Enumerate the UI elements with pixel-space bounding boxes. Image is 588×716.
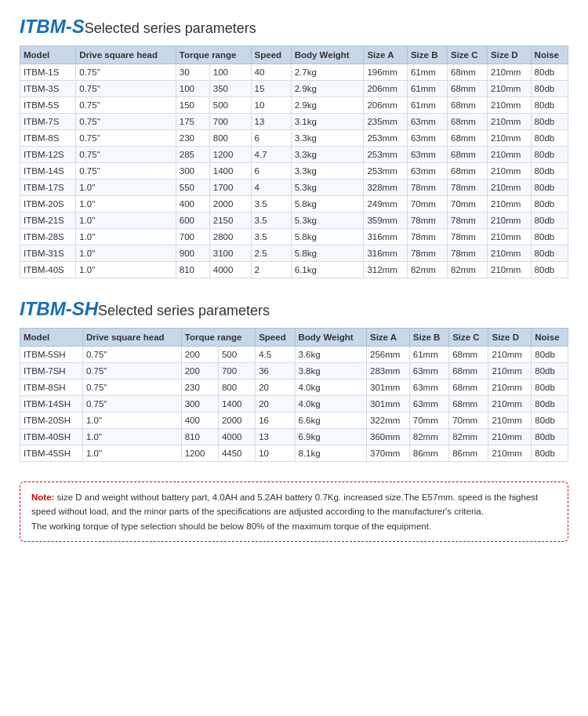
table-cell: 3.6kg (295, 347, 366, 363)
table-cell: 82mm (449, 429, 488, 445)
note-box: Note: size D and weight without battery … (20, 482, 568, 542)
table-cell: ITBM-7S (20, 114, 76, 130)
table-row: ITBM-28S1.0"70028003.55.8kg316mm78mm78mm… (20, 229, 568, 245)
table-cell: 86mm (409, 445, 448, 462)
table-cell: 68mm (448, 163, 488, 180)
table-cell: 500 (218, 347, 255, 363)
table-cell: 210mm (488, 245, 532, 262)
table-row: ITBM-1S0.75"30100402.7kg196mm61mm68mm210… (20, 64, 568, 81)
table-cell: ITBM-5SH (20, 347, 83, 363)
table-cell: 4.7 (251, 147, 291, 163)
table-cell: 4.0kg (295, 380, 366, 396)
header-model: Model (20, 329, 83, 347)
table-cell: 3.5 (251, 213, 291, 229)
table-cell: 1.0" (76, 229, 176, 245)
table-cell: 10 (251, 97, 291, 114)
section1-wrapper: ITBM-SSelected series parameters Model D… (20, 16, 568, 278)
table-cell: 210mm (488, 213, 532, 229)
table-row: ITBM-20S1.0"40020003.55.8kg249mm70mm70mm… (20, 196, 568, 213)
table-cell: 61mm (407, 64, 447, 81)
table-cell: 150 (176, 97, 209, 114)
table-cell: 80db (532, 429, 568, 445)
table-cell: 0.75" (76, 97, 176, 114)
table-cell: 80db (531, 114, 568, 130)
table-cell: 700 (209, 114, 251, 130)
table-cell: 0.75" (76, 81, 176, 97)
table-cell: 10 (256, 445, 295, 462)
table-cell: 253mm (364, 130, 408, 147)
table-cell: 63mm (409, 380, 448, 396)
table-cell: 78mm (407, 229, 447, 245)
note-text: size D and weight without battery part, … (31, 492, 538, 516)
table-row: ITBM-7S0.75"175700133.1kg235mm63mm68mm21… (20, 114, 568, 130)
table-cell: 810 (176, 262, 209, 278)
table-cell: 0.75" (82, 396, 181, 413)
header-speed: Speed (256, 329, 295, 347)
table-cell: 100 (176, 81, 209, 97)
table-cell: 16 (256, 413, 295, 429)
table-cell: 5.8kg (291, 229, 364, 245)
table-cell: 68mm (448, 64, 488, 81)
table-cell: 82mm (409, 429, 448, 445)
table-cell: 80db (531, 130, 568, 147)
table-cell: 210mm (488, 347, 532, 363)
table-cell: ITBM-3S (20, 81, 76, 97)
header-noise: Noise (531, 46, 568, 64)
table-cell: ITBM-40SH (20, 429, 83, 445)
table-cell: 200 (181, 363, 218, 380)
table-cell: 6.1kg (291, 262, 364, 278)
header-drive: Drive square head (82, 329, 181, 347)
table-cell: 6.9kg (295, 429, 366, 445)
table-cell: 80db (532, 413, 568, 429)
table-cell: 3.3kg (291, 147, 364, 163)
table-cell: 70mm (407, 196, 447, 213)
header-size-b: Size B (407, 46, 447, 64)
table-cell: 68mm (449, 396, 488, 413)
table-cell: ITBM-21S (20, 213, 76, 229)
table-cell: 63mm (407, 147, 447, 163)
table-row: ITBM-21S1.0"60021503.55.3kg359mm78mm78mm… (20, 213, 568, 229)
table-cell: 13 (251, 114, 291, 130)
table-row: ITBM-40S1.0"810400026.1kg312mm82mm82mm21… (20, 262, 568, 278)
table-cell: 2.9kg (291, 81, 364, 97)
table-cell: 15 (251, 81, 291, 97)
table-cell: 3100 (209, 245, 251, 262)
table-cell: 80db (532, 396, 568, 413)
header-weight: Body Weight (291, 46, 364, 64)
table-row: ITBM-3S0.75"100350152.9kg206mm61mm68mm21… (20, 81, 568, 97)
table-cell: 80db (531, 163, 568, 180)
table-cell: 370mm (366, 445, 409, 462)
table-cell: 80db (531, 229, 568, 245)
table-cell: 68mm (449, 363, 488, 380)
section1-desc: Selected series parameters (85, 20, 256, 36)
table-cell: 600 (176, 213, 209, 229)
section1-title: ITBM-SSelected series parameters (20, 16, 568, 38)
header-size-a: Size A (364, 46, 408, 64)
table-cell: 4 (251, 180, 291, 196)
note-label: Note: (31, 492, 54, 502)
table-cell: 2150 (209, 213, 251, 229)
table-cell: 2800 (209, 229, 251, 245)
table-cell: 68mm (448, 114, 488, 130)
table-cell: 253mm (364, 147, 408, 163)
header-speed: Speed (251, 46, 291, 64)
table-cell: 1.0" (76, 180, 176, 196)
table-cell: 5.3kg (291, 213, 364, 229)
table-cell: 210mm (488, 163, 532, 180)
table-cell: 210mm (488, 196, 532, 213)
table-cell: 1.0" (82, 429, 181, 445)
table-header-row: Model Drive square head Torque range Spe… (20, 46, 568, 64)
table-cell: 210mm (488, 97, 532, 114)
table-cell: 322mm (366, 413, 409, 429)
table-cell: 175 (176, 114, 209, 130)
table-cell: 328mm (364, 180, 408, 196)
table-cell: ITBM-28S (20, 229, 76, 245)
table-cell: 300 (181, 396, 218, 413)
table-cell: 210mm (488, 147, 532, 163)
header-size-a: Size A (366, 329, 409, 347)
table-cell: ITBM-14SH (20, 396, 83, 413)
section2-desc: Selected series parameters (98, 303, 270, 318)
header-noise: Noise (532, 329, 568, 347)
header-size-d: Size D (488, 46, 532, 64)
table-cell: 196mm (364, 64, 408, 81)
